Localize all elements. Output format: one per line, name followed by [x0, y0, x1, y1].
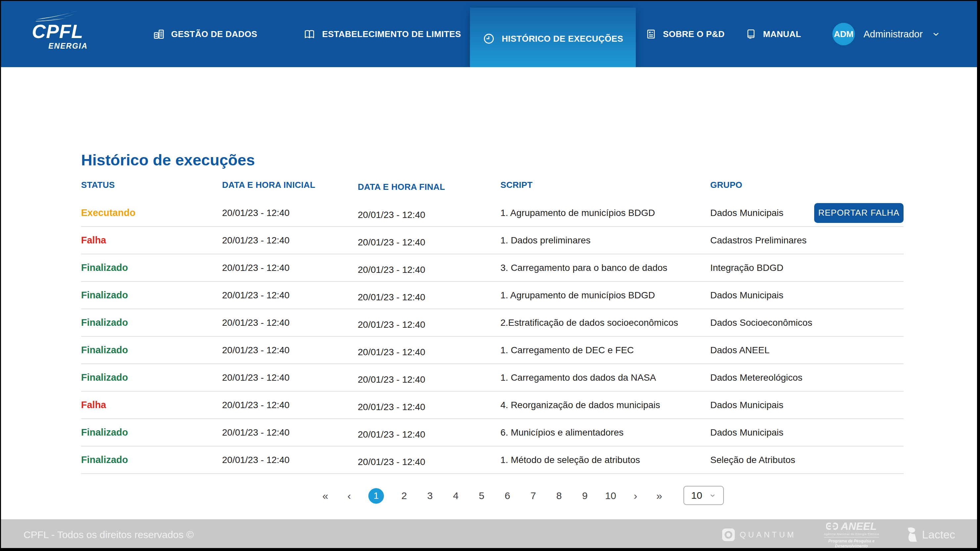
page-button-10[interactable]: 10 — [605, 490, 616, 502]
page-button-8[interactable]: 8 — [554, 490, 565, 502]
table-row: Finalizado20/01/23 - 12:4020/01/23 - 12:… — [81, 446, 904, 474]
nav-label: HISTÓRICO DE EXECUÇÕES — [502, 34, 623, 44]
group-cell: Dados Socioeconômicos — [710, 318, 813, 328]
page-button-5[interactable]: 5 — [476, 490, 487, 502]
open-book-icon — [304, 29, 315, 40]
page-button-4[interactable]: 4 — [450, 490, 461, 502]
status-cell: Falha — [81, 400, 222, 410]
status-cell: Finalizado — [81, 262, 222, 273]
user-menu[interactable]: ADM Administrador — [832, 1, 940, 67]
quantum-icon — [722, 528, 735, 541]
page-size-value: 10 — [691, 490, 702, 501]
end-datetime-cell: 20/01/23 - 12:40 — [358, 347, 500, 357]
quantum-logo: QUANTUM — [722, 528, 796, 541]
script-cell: 1. Agrupamento de municípios BDGD — [500, 208, 710, 218]
nav-item-sobre-o-pd[interactable]: SOBRE O P&D — [646, 29, 724, 40]
nav-item-gestao-de-dados[interactable]: GESTÃO DE DADOS — [153, 29, 257, 40]
next-page-button[interactable]: › — [631, 490, 640, 502]
group-cell: Dados Municipais — [710, 208, 813, 218]
page-button-1[interactable]: 1 — [368, 488, 384, 504]
status-cell: Falha — [81, 235, 222, 246]
lactec-logo: Lactec — [907, 527, 955, 542]
document-icon — [646, 29, 656, 40]
group-cell: Cadastros Preliminares — [710, 235, 813, 246]
nav-label: SOBRE O P&D — [663, 29, 724, 40]
page-button-7[interactable]: 7 — [528, 490, 539, 502]
group-cell: Seleção de Atributos — [710, 455, 813, 465]
page-button-3[interactable]: 3 — [424, 490, 436, 502]
end-datetime-cell: 20/01/23 - 12:40 — [358, 402, 500, 413]
table-row: Falha20/01/23 - 12:4020/01/23 - 12:401. … — [81, 227, 904, 254]
nav-item-manual[interactable]: MANUAL — [746, 29, 801, 40]
data-management-icon — [153, 29, 164, 40]
last-page-button[interactable]: » — [655, 490, 664, 502]
script-cell: 6. Municípios e alimentadores — [500, 427, 710, 438]
action-cell: REPORTAR FALHA — [813, 203, 904, 223]
chevron-down-icon — [709, 492, 716, 499]
group-cell: Dados Municipais — [710, 290, 813, 301]
group-cell: Dados Municipais — [710, 400, 813, 410]
brand-name: CPFL — [32, 22, 83, 42]
copyright-text: CPFL - Todos os direitos reservados © — [24, 529, 194, 540]
start-datetime-cell: 20/01/23 - 12:40 — [222, 345, 358, 356]
brand-subname: ENERGIA — [48, 42, 88, 51]
table-header-row: STATUS DATA E HORA INICIAL DATA E HORA F… — [81, 180, 904, 193]
script-cell: 1. Carregamento de DEC e FEC — [500, 345, 710, 356]
page-button-2[interactable]: 2 — [398, 490, 410, 502]
script-cell: 4. Reorganização de dados municipais — [500, 400, 710, 410]
aneel-label: ANEEL — [841, 521, 877, 532]
start-datetime-cell: 20/01/23 - 12:40 — [222, 235, 358, 246]
first-page-button[interactable]: « — [321, 490, 330, 502]
status-cell: Finalizado — [81, 345, 222, 356]
user-name: Administrador — [864, 29, 923, 40]
page-button-6[interactable]: 6 — [502, 490, 513, 502]
nav-label: ESTABELECIMENTO DE LIMITES — [322, 29, 461, 40]
avatar: ADM — [832, 23, 855, 45]
start-datetime-cell: 20/01/23 - 12:40 — [222, 263, 358, 273]
start-datetime-cell: 20/01/23 - 12:40 — [222, 290, 358, 301]
end-datetime-cell: 20/01/23 - 12:40 — [358, 237, 500, 248]
nav-label: MANUAL — [763, 29, 801, 40]
status-cell: Finalizado — [81, 290, 222, 301]
table-row: Finalizado20/01/23 - 12:4020/01/23 - 12:… — [81, 337, 904, 364]
nav-item-historico-de-execucoes[interactable]: HISTÓRICO DE EXECUÇÕES — [470, 8, 636, 70]
group-cell: Dados Metereológicos — [710, 372, 813, 383]
status-cell: Finalizado — [81, 372, 222, 383]
start-datetime-cell: 20/01/23 - 12:40 — [222, 208, 358, 218]
script-cell: 1. Carregamento dos dados da NASA — [500, 372, 710, 383]
header-script: SCRIPT — [500, 180, 710, 193]
header-group: GRUPO — [710, 180, 813, 193]
table-row: Finalizado20/01/23 - 12:4020/01/23 - 12:… — [81, 282, 904, 309]
page-size-select[interactable]: 10 — [684, 486, 724, 505]
table-row: Finalizado20/01/23 - 12:4020/01/23 - 12:… — [81, 309, 904, 337]
nav-item-estabelecimento-de-limites[interactable]: ESTABELECIMENTO DE LIMITES — [304, 29, 461, 40]
cpfl-logo[interactable]: CPFL ENERGIA — [29, 10, 86, 51]
aneel-program-text: Programa de Pesquisa e Desenvolvimento — [827, 539, 877, 549]
script-cell: 1. Método de seleção de atributos — [500, 455, 710, 465]
report-failure-button[interactable]: REPORTAR FALHA — [814, 203, 904, 223]
end-datetime-cell: 20/01/23 - 12:40 — [358, 375, 500, 385]
end-datetime-cell: 20/01/23 - 12:40 — [358, 429, 500, 440]
page-button-9[interactable]: 9 — [579, 490, 590, 502]
start-datetime-cell: 20/01/23 - 12:40 — [222, 400, 358, 410]
content-area: Histórico de execuções STATUS DATA E HOR… — [1, 67, 977, 519]
previous-page-button[interactable]: ‹ — [345, 490, 354, 502]
aneel-subtitle: Agência Nacional de Energia Elétrica — [824, 533, 879, 537]
table-body: Executando20/01/23 - 12:4020/01/23 - 12:… — [81, 199, 904, 474]
manual-book-icon — [746, 29, 756, 40]
top-navbar: CPFL ENERGIA GESTÃO DE DADOS ESTABELECIM… — [1, 1, 977, 67]
nav-label: GESTÃO DE DADOS — [171, 29, 257, 40]
page-title: Histórico de execuções — [81, 151, 255, 169]
end-datetime-cell: 20/01/23 - 12:40 — [358, 210, 500, 220]
status-cell: Finalizado — [81, 427, 222, 438]
chevron-down-icon — [931, 29, 940, 39]
executions-table: STATUS DATA E HORA INICIAL DATA E HORA F… — [81, 180, 904, 474]
main-menu: GESTÃO DE DADOS ESTABELECIMENTO DE LIMIT… — [153, 1, 801, 67]
start-datetime-cell: 20/01/23 - 12:40 — [222, 427, 358, 438]
script-cell: 2.Estratificação de dados socioeconômico… — [500, 318, 710, 328]
lactec-icon — [907, 527, 919, 542]
script-cell: 1. Dados preliminares — [500, 235, 710, 246]
start-datetime-cell: 20/01/23 - 12:40 — [222, 372, 358, 383]
group-cell: Dados ANEEL — [710, 345, 813, 356]
quantum-label: QUANTUM — [740, 530, 796, 540]
